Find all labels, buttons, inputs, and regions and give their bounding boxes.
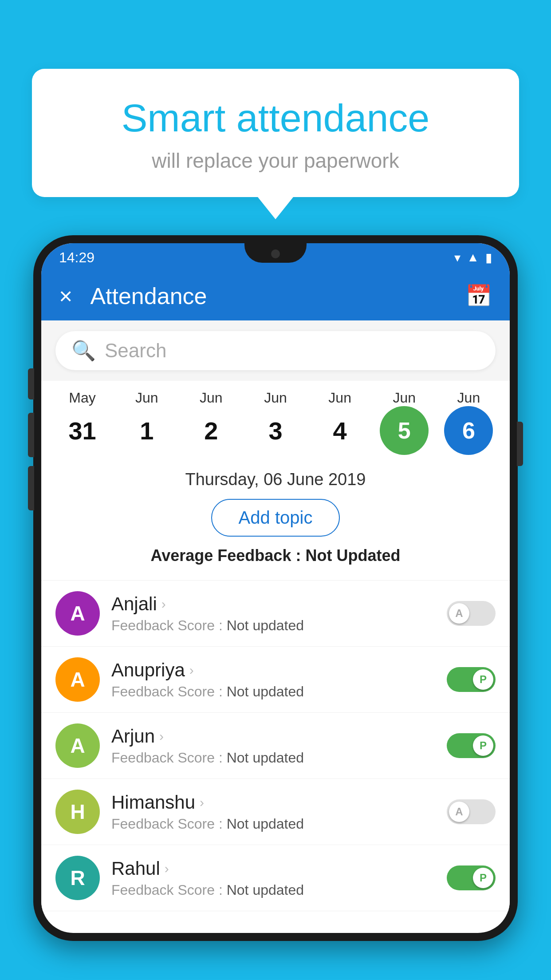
speech-bubble-container: Smart attendance will replace your paper… <box>32 69 519 219</box>
date-col-month-3[interactable]: Jun <box>244 390 307 406</box>
power-button <box>517 422 523 466</box>
student-name-3[interactable]: Himanshu › <box>111 792 435 813</box>
search-icon: 🔍 <box>71 339 96 362</box>
day-number: 2 <box>187 406 236 455</box>
month-label: Jun <box>457 390 480 406</box>
toggle-knob-2: P <box>473 735 493 756</box>
search-input[interactable]: Search <box>105 340 166 362</box>
date-col-month-6[interactable]: Jun <box>437 390 500 406</box>
student-list: A Anjali › Feedback Score : Not updated … <box>41 581 510 911</box>
speech-bubble-title: Smart attendance <box>59 95 492 141</box>
battery-icon: ▮ <box>485 250 492 265</box>
wifi-icon: ▾ <box>454 250 460 265</box>
selected-date-text: Thursday, 06 June 2019 <box>41 470 510 489</box>
day-number: 6 <box>444 406 493 455</box>
month-label: Jun <box>393 390 416 406</box>
feedback-value-2: Not updated <box>227 750 304 766</box>
month-label: Jun <box>264 390 287 406</box>
date-col-month-5[interactable]: Jun <box>373 390 435 406</box>
silent-button <box>28 466 34 510</box>
toggle-knob-4: P <box>473 868 493 888</box>
speech-bubble: Smart attendance will replace your paper… <box>32 69 519 197</box>
day-number: 1 <box>122 406 171 455</box>
avatar-anupriya: A <box>55 657 100 702</box>
attendance-toggle-4[interactable]: P <box>447 865 496 890</box>
date-col-day-2[interactable]: 2 <box>180 406 242 455</box>
student-info-0: Anjali › Feedback Score : Not updated <box>111 593 435 634</box>
date-strip: MayJunJunJunJunJunJun 31123456 <box>41 381 510 459</box>
app-title: Attendance <box>90 283 465 309</box>
month-label: Jun <box>328 390 351 406</box>
attendance-toggle-1[interactable]: P <box>447 667 496 692</box>
feedback-text-3: Feedback Score : Not updated <box>111 816 435 832</box>
date-col-day-5[interactable]: 5 <box>373 406 435 455</box>
student-info-3: Himanshu › Feedback Score : Not updated <box>111 792 435 832</box>
date-col-day-3[interactable]: 3 <box>244 406 307 455</box>
day-number: 3 <box>251 406 300 455</box>
camera-notch <box>244 243 307 263</box>
student-name-4[interactable]: Rahul › <box>111 858 435 879</box>
toggle-knob-3: A <box>449 802 469 822</box>
avg-feedback-label: Average Feedback : <box>151 546 301 565</box>
phone-screen: 14:29 ▾ ▲ ▮ × Attendance 📅 🔍 Search <box>41 243 510 933</box>
student-name-2[interactable]: Arjun › <box>111 726 435 747</box>
attendance-toggle-3[interactable]: A <box>447 799 496 824</box>
date-col-day-0[interactable]: 31 <box>51 406 114 455</box>
phone-wrapper: 14:29 ▾ ▲ ▮ × Attendance 📅 🔍 Search <box>33 235 518 980</box>
volume-down-button <box>28 413 34 457</box>
feedback-text-0: Feedback Score : Not updated <box>111 617 435 634</box>
date-col-month-1[interactable]: Jun <box>116 390 178 406</box>
attendance-toggle-2[interactable]: P <box>447 733 496 758</box>
chevron-icon: › <box>189 663 194 678</box>
avatar-rahul: R <box>55 856 100 900</box>
student-item-4: R Rahul › Feedback Score : Not updated P <box>41 845 510 911</box>
toggle-knob-0: A <box>449 603 469 624</box>
status-time: 14:29 <box>59 249 94 266</box>
day-number: 4 <box>315 406 364 455</box>
date-row: MayJunJunJunJunJunJun <box>41 390 510 406</box>
close-button[interactable]: × <box>59 283 72 309</box>
date-col-month-0[interactable]: May <box>51 390 114 406</box>
student-name-0[interactable]: Anjali › <box>111 593 435 615</box>
camera-dot <box>271 249 280 258</box>
student-item-2: A Arjun › Feedback Score : Not updated P <box>41 713 510 779</box>
chevron-icon: › <box>161 597 166 612</box>
day-number: 31 <box>58 406 107 455</box>
month-label: Jun <box>200 390 223 406</box>
date-col-day-4[interactable]: 4 <box>309 406 371 455</box>
feedback-text-2: Feedback Score : Not updated <box>111 750 435 766</box>
date-col-day-6[interactable]: 6 <box>437 406 500 455</box>
student-item-1: A Anupriya › Feedback Score : Not update… <box>41 647 510 713</box>
avatar-himanshu: H <box>55 790 100 834</box>
feedback-value-0: Not updated <box>227 617 304 633</box>
date-col-month-4[interactable]: Jun <box>309 390 371 406</box>
speech-bubble-tail <box>258 197 293 219</box>
status-icons: ▾ ▲ ▮ <box>454 250 492 265</box>
avg-feedback-value: Not Updated <box>305 546 400 565</box>
search-bar[interactable]: 🔍 Search <box>55 331 496 370</box>
avatar-anjali: A <box>55 591 100 636</box>
date-col-day-1[interactable]: 1 <box>116 406 178 455</box>
student-name-1[interactable]: Anupriya › <box>111 660 435 681</box>
student-info-2: Arjun › Feedback Score : Not updated <box>111 726 435 766</box>
chevron-icon: › <box>165 861 169 876</box>
phone-body: 14:29 ▾ ▲ ▮ × Attendance 📅 🔍 Search <box>33 235 518 941</box>
attendance-toggle-0[interactable]: A <box>447 601 496 626</box>
date-col-month-2[interactable]: Jun <box>180 390 242 406</box>
month-label: May <box>69 390 95 406</box>
student-info-1: Anupriya › Feedback Score : Not updated <box>111 660 435 700</box>
volume-up-button <box>28 368 34 399</box>
chevron-icon: › <box>200 795 204 810</box>
add-topic-button[interactable]: Add topic <box>211 499 340 537</box>
student-item-0: A Anjali › Feedback Score : Not updated … <box>41 581 510 647</box>
date-row-days: 31123456 <box>41 406 510 455</box>
toggle-knob-1: P <box>473 669 493 690</box>
feedback-text-1: Feedback Score : Not updated <box>111 684 435 700</box>
feedback-text-4: Feedback Score : Not updated <box>111 882 435 898</box>
feedback-value-4: Not updated <box>227 882 304 898</box>
day-number: 5 <box>380 406 429 455</box>
signal-icon: ▲ <box>467 250 479 265</box>
student-info-4: Rahul › Feedback Score : Not updated <box>111 858 435 898</box>
feedback-value-3: Not updated <box>227 816 304 832</box>
calendar-icon[interactable]: 📅 <box>465 284 492 308</box>
